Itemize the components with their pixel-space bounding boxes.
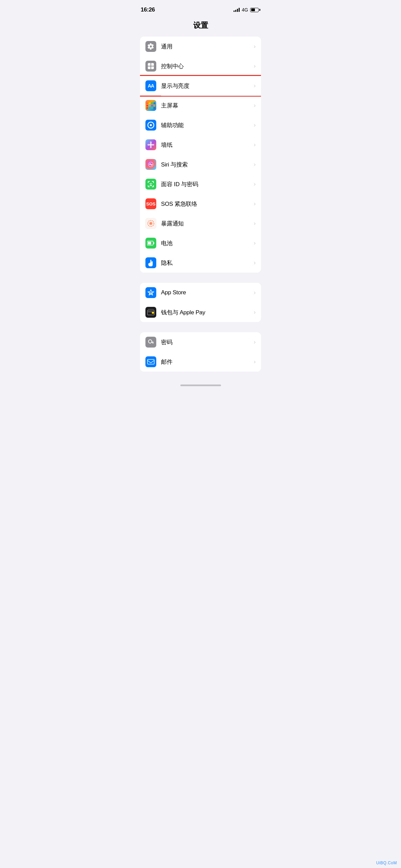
battery-tip	[259, 9, 260, 11]
sos-chevron: ›	[254, 201, 256, 207]
svg-rect-20	[148, 309, 154, 311]
settings-row-control-center[interactable]: 控制中心 ›	[140, 56, 261, 76]
faceid-label: 面容 ID 与密码	[161, 180, 251, 188]
status-right: 4G	[234, 7, 260, 13]
svg-point-4	[150, 145, 152, 148]
settings-row-home-screen[interactable]: 主屏幕 ›	[140, 96, 261, 115]
exposure-label: 暴露通知	[161, 220, 251, 228]
settings-row-battery[interactable]: 电池 ›	[140, 233, 261, 253]
accessibility-chevron: ›	[254, 122, 256, 128]
settings-row-siri[interactable]: Siri 与搜索 ›	[140, 155, 261, 174]
svg-point-6	[152, 144, 154, 146]
cc-grid	[148, 63, 154, 69]
settings-row-exposure[interactable]: 暴露通知 ›	[140, 214, 261, 233]
wallet-svg	[147, 309, 155, 316]
appstore-label: App Store	[161, 289, 251, 296]
sos-icon: SOS	[145, 198, 156, 209]
status-time: 16:26	[141, 6, 155, 13]
settings-row-wallpaper[interactable]: 墙纸 ›	[140, 135, 261, 155]
svg-rect-25	[147, 359, 154, 364]
exposure-svg	[147, 219, 155, 228]
svg-point-5	[147, 144, 150, 146]
siri-svg	[148, 161, 154, 167]
svg-point-22	[148, 340, 152, 343]
settings-row-appstore[interactable]: App Store ›	[140, 283, 261, 302]
cc-cell-3	[148, 66, 151, 69]
settings-row-sos[interactable]: SOS SOS 紧急联络 ›	[140, 194, 261, 214]
faceid-icon	[145, 179, 156, 190]
svg-rect-24	[153, 343, 154, 344]
gear-svg	[147, 43, 154, 50]
dot-6	[149, 105, 151, 106]
mail-svg	[147, 359, 155, 364]
home-screen-icon	[145, 100, 156, 111]
cc-cell-4	[151, 66, 154, 69]
password-label: 密码	[161, 338, 251, 346]
settings-row-faceid[interactable]: 面容 ID 与密码 ›	[140, 174, 261, 194]
settings-row-wallet[interactable]: 钱包与 Apple Pay ›	[140, 302, 261, 322]
settings-row-password[interactable]: 密码 ›	[140, 332, 261, 352]
wallet-label: 钱包与 Apple Pay	[161, 309, 251, 316]
signal-bar-3	[237, 9, 238, 12]
dot-2	[149, 102, 151, 104]
aa-symbol: AA	[148, 83, 154, 88]
key-svg	[148, 339, 154, 346]
signal-bar-4	[239, 8, 240, 12]
control-center-icon	[145, 61, 156, 72]
dot-1	[146, 102, 148, 104]
display-chevron: ›	[254, 83, 256, 89]
svg-point-1	[150, 124, 152, 126]
battery-svg	[147, 241, 155, 245]
dot-12	[154, 107, 155, 109]
settings-group-1: 通用 › 控制中心 › AA 显示与亮度 ›	[140, 37, 261, 273]
dot-10	[149, 107, 151, 109]
section-3: 密码 › 邮件 ›	[140, 332, 261, 372]
settings-group-3: 密码 › 邮件 ›	[140, 332, 261, 372]
accessibility-svg	[147, 121, 155, 129]
control-center-label: 控制中心	[161, 62, 251, 70]
settings-row-accessibility[interactable]: 辅助功能 ›	[140, 115, 261, 135]
accessibility-label: 辅助功能	[161, 121, 251, 129]
settings-row-general[interactable]: 通用 ›	[140, 37, 261, 56]
battery-icon	[145, 238, 156, 249]
home-dots-grid	[146, 102, 155, 109]
settings-row-privacy[interactable]: 隐私 ›	[140, 253, 261, 273]
wallpaper-label: 墙纸	[161, 141, 251, 149]
cc-cell-1	[148, 63, 151, 66]
control-center-chevron: ›	[254, 63, 256, 69]
home-screen-chevron: ›	[254, 102, 256, 108]
svg-rect-23	[151, 342, 154, 343]
cc-cell-2	[151, 63, 154, 66]
wallpaper-chevron: ›	[254, 142, 256, 148]
faceid-chevron: ›	[254, 181, 256, 187]
exposure-icon	[145, 218, 156, 229]
dot-5	[146, 105, 148, 106]
home-bar	[180, 384, 221, 386]
sos-label: SOS 紧急联络	[161, 200, 251, 208]
general-icon	[145, 41, 156, 52]
settings-row-mail[interactable]: 邮件 ›	[140, 352, 261, 372]
general-chevron: ›	[254, 43, 256, 50]
privacy-icon	[145, 257, 156, 268]
wallpaper-icon	[145, 139, 156, 150]
exposure-chevron: ›	[254, 220, 256, 226]
dot-7	[151, 105, 153, 106]
settings-row-display[interactable]: AA 显示与亮度 ›	[140, 76, 261, 96]
svg-rect-14	[153, 242, 154, 244]
page-title: 设置	[134, 17, 267, 37]
battery-body	[250, 8, 259, 12]
hand-svg	[147, 259, 155, 267]
signal-icon	[234, 8, 240, 12]
appstore-chevron: ›	[254, 290, 256, 296]
section-2: App Store › 钱包与 Apple Pay ›	[140, 283, 261, 322]
faceid-svg	[147, 180, 155, 188]
display-label: 显示与亮度	[161, 82, 251, 90]
general-label: 通用	[161, 43, 251, 51]
appstore-icon	[145, 287, 156, 298]
battery-indicator	[250, 8, 260, 12]
svg-point-16	[150, 293, 151, 293]
status-bar: 16:26 4G	[134, 0, 267, 17]
password-chevron: ›	[254, 339, 256, 345]
battery-label: 电池	[161, 239, 251, 247]
svg-point-3	[150, 141, 152, 144]
